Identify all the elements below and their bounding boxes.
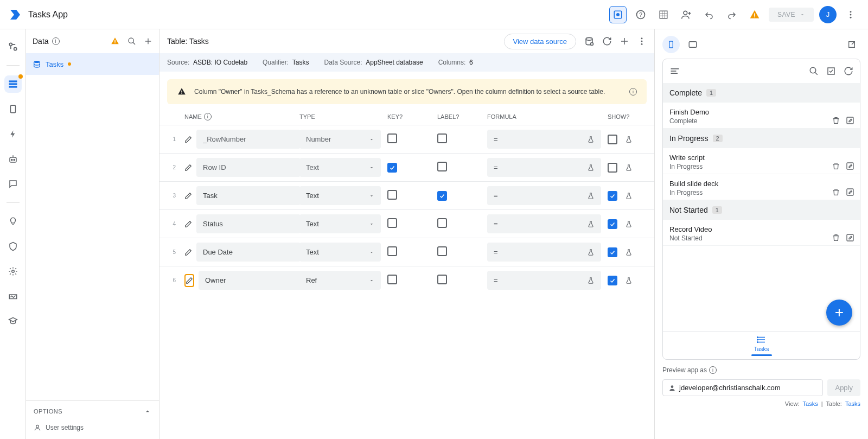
delete-icon[interactable]	[832, 116, 840, 125]
rail-home-icon[interactable]	[4, 38, 22, 55]
preview-view-link[interactable]: Tasks	[803, 400, 818, 407]
flask-icon[interactable]	[625, 277, 633, 284]
checkbox[interactable]	[387, 275, 397, 284]
checkbox[interactable]	[608, 276, 617, 285]
menu-icon[interactable]	[669, 66, 680, 77]
more-icon[interactable]	[842, 6, 859, 23]
column-name-input[interactable]	[196, 130, 301, 149]
group-header[interactable]: In Progress2	[663, 129, 860, 148]
task-item[interactable]: Write scriptIn Progress	[663, 148, 860, 174]
flask-icon[interactable]	[625, 164, 633, 171]
warning-icon[interactable]	[110, 36, 120, 46]
rail-learn-icon[interactable]	[4, 313, 22, 330]
user-settings-item[interactable]: User settings	[26, 422, 159, 439]
edit-column-icon[interactable]	[184, 133, 192, 146]
edit-column-icon[interactable]	[184, 218, 192, 231]
task-item[interactable]: Finish DemoComplete	[663, 103, 860, 129]
formula-input[interactable]: =	[487, 186, 601, 205]
fab-add-button[interactable]: +	[826, 300, 852, 326]
checkbox[interactable]	[608, 247, 617, 257]
preview-table-link[interactable]: Tasks	[845, 400, 860, 407]
checkbox[interactable]	[387, 190, 397, 200]
checkbox[interactable]	[608, 219, 617, 229]
add-user-icon[interactable]	[678, 6, 695, 23]
checkbox[interactable]	[387, 218, 397, 228]
checkbox[interactable]	[608, 163, 617, 173]
rail-actions-icon[interactable]	[4, 125, 22, 143]
formula-input[interactable]: =	[487, 271, 601, 290]
deploy-check-icon[interactable]	[609, 6, 627, 23]
delete-icon[interactable]	[832, 188, 840, 196]
user-avatar[interactable]: J	[819, 6, 837, 23]
checkbox[interactable]	[437, 246, 447, 256]
checkbox[interactable]	[437, 218, 447, 228]
search-icon[interactable]	[809, 66, 819, 76]
delete-icon[interactable]	[832, 233, 840, 242]
sync-icon[interactable]	[844, 66, 853, 76]
undo-icon[interactable]	[700, 6, 718, 23]
data-item-tasks[interactable]: Tasks	[26, 53, 159, 75]
search-icon[interactable]	[127, 37, 136, 46]
rail-security-icon[interactable]	[4, 238, 22, 255]
checkbox[interactable]	[387, 133, 397, 143]
rail-chat-icon[interactable]	[4, 175, 22, 193]
group-header[interactable]: Not Started1	[663, 200, 860, 220]
mobile-preview-icon[interactable]	[662, 36, 680, 53]
column-name-input[interactable]	[196, 158, 301, 177]
checkbox[interactable]	[608, 191, 617, 201]
redo-icon[interactable]	[723, 6, 741, 23]
column-type-select[interactable]: Ref	[299, 271, 381, 290]
edit-column-icon[interactable]	[184, 161, 192, 174]
open-preview-icon[interactable]	[843, 36, 860, 53]
flask-icon[interactable]	[625, 136, 633, 143]
preview-user-select[interactable]: jdeveloper@christianschalk.com	[662, 379, 823, 396]
column-type-select[interactable]: Text	[299, 158, 381, 177]
add-icon[interactable]	[144, 37, 152, 46]
column-name-input[interactable]	[196, 214, 301, 233]
regenerate-icon[interactable]	[584, 36, 595, 47]
formula-input[interactable]: =	[487, 158, 601, 177]
checkbox[interactable]	[608, 135, 617, 144]
more-icon[interactable]	[637, 36, 647, 46]
refresh-icon[interactable]	[602, 36, 612, 46]
edit-icon[interactable]	[846, 188, 854, 196]
rail-manage-icon[interactable]	[4, 288, 22, 305]
column-name-input[interactable]	[196, 243, 301, 262]
column-type-select[interactable]: Number	[299, 130, 381, 149]
edit-icon[interactable]	[846, 116, 854, 125]
rail-intelligence-icon[interactable]	[4, 213, 22, 230]
group-header[interactable]: Complete1	[663, 83, 860, 103]
info-icon[interactable]: i	[629, 88, 637, 96]
formula-input[interactable]: =	[487, 214, 601, 233]
delete-icon[interactable]	[832, 162, 840, 170]
info-icon[interactable]: i	[52, 37, 60, 45]
info-icon[interactable]: i	[709, 366, 717, 374]
column-type-select[interactable]: Text	[299, 186, 381, 205]
rail-settings-icon[interactable]	[4, 263, 22, 280]
checkbox[interactable]	[387, 163, 397, 173]
formula-input[interactable]: =	[487, 243, 601, 262]
rail-data-icon[interactable]	[4, 75, 22, 93]
column-type-select[interactable]: Text	[299, 214, 381, 233]
edit-icon[interactable]	[846, 162, 854, 170]
rail-bot-icon[interactable]	[4, 150, 22, 168]
edit-icon[interactable]	[846, 233, 854, 242]
column-type-select[interactable]: Text	[299, 243, 381, 262]
flask-icon[interactable]	[625, 249, 633, 256]
checkbox[interactable]	[437, 275, 447, 284]
info-icon[interactable]: i	[204, 113, 212, 120]
edit-column-icon[interactable]	[184, 246, 192, 259]
checkbox[interactable]	[387, 246, 397, 256]
edit-column-icon[interactable]	[184, 189, 192, 202]
grid-icon[interactable]	[655, 6, 672, 23]
task-item[interactable]: Build slide deckIn Progress	[663, 174, 860, 200]
apply-button[interactable]: Apply	[827, 379, 860, 396]
view-data-source-button[interactable]: View data source	[504, 34, 577, 49]
column-name-input[interactable]	[196, 186, 301, 205]
tablet-preview-icon[interactable]	[684, 36, 701, 53]
warning-icon[interactable]	[746, 6, 763, 23]
options-toggle[interactable]: OPTIONS	[26, 400, 159, 422]
task-item[interactable]: Record VideoNot Started	[663, 220, 860, 246]
flask-icon[interactable]	[625, 192, 633, 200]
checkbox[interactable]	[437, 133, 447, 143]
